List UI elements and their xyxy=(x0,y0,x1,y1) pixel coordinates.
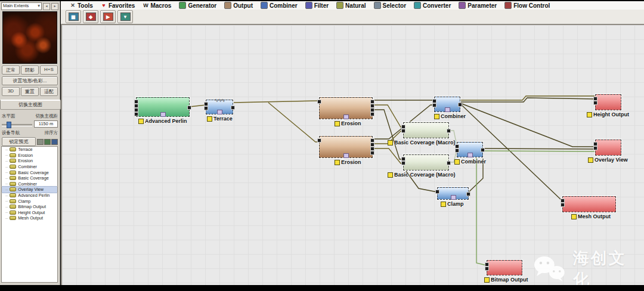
node-advanced-perlin[interactable] xyxy=(136,97,190,117)
node-combiner-1-input-port-1[interactable] xyxy=(432,103,436,107)
node-bitmap-output[interactable] xyxy=(487,260,522,275)
node-combiner-1-input-port-0[interactable] xyxy=(432,99,436,103)
device-list-item-erosion[interactable]: ─Erosion xyxy=(2,158,57,164)
node-basic-coverage-2-enable-checkbox[interactable] xyxy=(388,172,393,178)
device-list-item-overlay-view[interactable]: ─Overlay View xyxy=(2,187,57,193)
device-list-item-combiner[interactable]: ─Combiner xyxy=(2,164,57,170)
tab-macros[interactable]: WMacros xyxy=(140,1,176,10)
node-erosion-2-output-port-0[interactable] xyxy=(370,138,374,143)
node-combiner-1-output-port-0[interactable] xyxy=(458,103,462,107)
node-clamp-preview-widget[interactable] xyxy=(451,195,456,200)
node-erosion-1[interactable] xyxy=(319,97,373,119)
device-list-item-terrace[interactable]: ─Terrace xyxy=(2,147,57,153)
node-combiner-1[interactable] xyxy=(434,97,460,112)
extents-next-button[interactable]: ▸ xyxy=(51,3,58,10)
preview-mode-正常[interactable]: 正常 xyxy=(2,66,20,75)
node-erosion-1-output-port-2[interactable] xyxy=(370,108,374,112)
view-distance-input[interactable]: 1150 m xyxy=(34,120,58,128)
node-height-output[interactable] xyxy=(595,94,621,110)
node-terrace-output-port-0[interactable] xyxy=(231,106,235,110)
node-combiner-2-preview-widget[interactable] xyxy=(467,153,473,157)
device-list-item-basic-coverage[interactable]: ─Basic Coverage xyxy=(2,169,57,175)
export-button[interactable]: ▶ xyxy=(100,10,116,23)
node-erosion-2[interactable] xyxy=(319,136,373,158)
node-terrace[interactable]: ∿∿∿ xyxy=(206,100,233,114)
terrain-3d-preview[interactable] xyxy=(2,11,57,64)
tab-combiner[interactable]: Combiner xyxy=(258,1,302,10)
node-basic-coverage-1-enable-checkbox[interactable] xyxy=(388,140,393,146)
tab-favorites[interactable]: ♥Favorites xyxy=(98,1,140,10)
node-height-output-input-port-1[interactable] xyxy=(593,101,597,105)
tab-tools[interactable]: ✕Tools xyxy=(67,1,98,10)
node-height-output-enable-checkbox[interactable] xyxy=(587,112,592,117)
node-erosion-2-enable-checkbox[interactable] xyxy=(335,160,340,165)
device-list-item-basic-coverage[interactable]: ─Basic Coverage xyxy=(2,175,57,181)
node-combiner-2-input-port-1[interactable] xyxy=(455,148,459,153)
node-mesh-output-input-port-0[interactable] xyxy=(561,199,565,203)
extents-prev-button[interactable]: ◂ xyxy=(43,3,50,10)
node-erosion-2-preview-widget[interactable] xyxy=(343,153,349,158)
tab-generator[interactable]: Generator xyxy=(176,1,221,10)
node-basic-coverage-1-input-port-0[interactable] xyxy=(401,125,405,129)
node-advanced-perlin-input-port-3[interactable] xyxy=(134,112,138,116)
node-advanced-perlin-input-port-2[interactable] xyxy=(134,108,138,112)
extents-dropdown[interactable]: Main Extents ▾ xyxy=(1,2,42,10)
node-erosion-1-output-port-3[interactable] xyxy=(370,112,374,116)
node-height-output-input-port-0[interactable] xyxy=(593,97,597,101)
tab-selector[interactable]: Selector xyxy=(371,1,411,10)
tab-natural[interactable]: Natural xyxy=(333,1,370,10)
node-basic-coverage-2-output-port-0[interactable] xyxy=(447,161,451,165)
node-combiner-2-enable-checkbox[interactable] xyxy=(454,159,460,165)
node-clamp-input-port-0[interactable] xyxy=(435,190,439,194)
lock-preview-button[interactable]: 锁定预览 xyxy=(2,137,36,146)
node-clamp[interactable] xyxy=(437,187,469,200)
node-basic-coverage-1[interactable] xyxy=(403,122,449,138)
terrain-color-button[interactable]: 设置地形/色彩... xyxy=(2,76,58,85)
node-clamp-enable-checkbox[interactable] xyxy=(441,202,446,207)
node-clamp-output-port-0[interactable] xyxy=(466,192,470,196)
slider-handle[interactable] xyxy=(7,122,11,128)
node-erosion-2-output-port-2[interactable] xyxy=(370,147,374,151)
switch-main-view-button[interactable]: 切换主视图 xyxy=(0,100,61,110)
node-basic-coverage-2[interactable] xyxy=(403,154,449,171)
tab-filter[interactable]: Filter xyxy=(302,1,333,10)
node-bitmap-output-input-port-0[interactable] xyxy=(485,262,489,267)
device-world-button[interactable]: ◆ xyxy=(83,10,98,23)
node-erosion-1-input-port-0[interactable] xyxy=(317,100,321,104)
node-advanced-perlin-input-port-1[interactable] xyxy=(134,104,138,108)
sort-option-2[interactable] xyxy=(51,139,58,145)
node-mesh-output-input-port-1[interactable] xyxy=(561,203,565,207)
node-erosion-1-enable-checkbox[interactable] xyxy=(335,121,340,126)
view-mode-适配[interactable]: 适配 xyxy=(40,87,58,96)
node-basic-coverage-2-input-port-1[interactable] xyxy=(401,161,405,165)
device-list-item-mesh-output[interactable]: ─Mesh Output xyxy=(2,215,57,221)
node-terrace-input-port-1[interactable] xyxy=(204,106,208,110)
tab-converter[interactable]: Converter xyxy=(411,1,456,10)
node-advanced-perlin-enable-checkbox[interactable] xyxy=(138,119,144,124)
node-erosion-1-output-port-0[interactable] xyxy=(370,100,374,104)
layout-view-button[interactable]: ▦ xyxy=(66,10,81,23)
tab-flow-control[interactable]: Flow Control xyxy=(501,1,555,10)
node-mesh-output-enable-checkbox[interactable] xyxy=(571,214,577,219)
node-terrace-enable-checkbox[interactable] xyxy=(207,116,212,122)
preview-mode-h+s[interactable]: H+S xyxy=(40,66,58,75)
node-combiner-1-enable-checkbox[interactable] xyxy=(434,114,439,119)
node-basic-coverage-2-input-port-0[interactable] xyxy=(401,157,405,161)
node-combiner-2-output-port-0[interactable] xyxy=(481,148,485,152)
node-overlay-view-input-port-0[interactable] xyxy=(593,142,597,146)
device-list-item-clamp[interactable]: ─Clamp xyxy=(2,198,57,204)
device-list-item-combiner[interactable]: ─Combiner xyxy=(2,181,57,187)
node-combiner-2[interactable] xyxy=(457,142,483,157)
node-terrace-input-port-0[interactable] xyxy=(204,102,208,106)
node-overlay-view[interactable] xyxy=(595,140,621,156)
node-mesh-output[interactable] xyxy=(562,196,616,212)
device-list-item-advanced-perlin[interactable]: ─Advanced Perlin xyxy=(2,193,57,199)
node-advanced-perlin-output-port-0[interactable] xyxy=(187,106,191,110)
node-erosion-1-preview-widget[interactable] xyxy=(343,114,349,119)
tab-parameter[interactable]: Parameter xyxy=(456,1,501,10)
node-advanced-perlin-input-port-0[interactable] xyxy=(134,100,138,104)
node-erosion-2-output-port-1[interactable] xyxy=(370,143,374,147)
node-combiner-1-preview-widget[interactable] xyxy=(445,107,450,112)
node-overlay-view-input-port-1[interactable] xyxy=(593,146,597,150)
view-mode-重置[interactable]: 重置 xyxy=(21,87,39,96)
